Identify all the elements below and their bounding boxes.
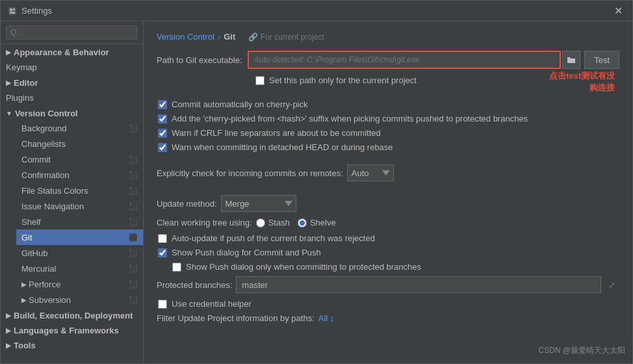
sidebar-group-label: Build, Execution, Deployment (14, 311, 133, 320)
main-panel: Version Control › Git 🔗 For current proj… (144, 21, 632, 363)
radio-shelve-label[interactable]: Shelve (298, 218, 336, 228)
show-push-protected-checkbox[interactable] (172, 263, 181, 272)
incoming-commits-label: Explicitly check for incoming commits on… (157, 168, 343, 178)
set-path-label[interactable]: Set this path only for the current proje… (269, 75, 417, 85)
sidebar-item-subversion[interactable]: ▶ Subversion ⬛ (16, 292, 143, 307)
svg-rect-1 (10, 8, 12, 11)
credential-helper-label[interactable]: Use credential helper (172, 299, 252, 309)
git-path-input[interactable] (248, 51, 562, 69)
ext-icon: ⬛ (129, 233, 138, 242)
checkbox-label-cb2[interactable]: Add the 'cherry-picked from <hash>' suff… (172, 114, 528, 124)
sidebar-item-label: Git (21, 233, 32, 242)
title-bar: Settings ✕ (1, 1, 632, 21)
folder-button[interactable] (562, 51, 580, 69)
sidebar-item-git[interactable]: Git ⬛ (16, 229, 143, 245)
sidebar-group-label: Version Control (15, 109, 78, 118)
breadcrumb: Version Control › Git 🔗 For current proj… (157, 32, 619, 42)
sidebar-item-file-status[interactable]: File Status Colors ⬛ (16, 183, 143, 198)
checkbox-label-cb4[interactable]: Warn when committing in detached HEAD or… (172, 142, 393, 152)
checkbox-row-0: Commit automatically on cherry-pick (157, 99, 619, 109)
protected-expand-button[interactable]: ⤢ (604, 277, 619, 292)
breadcrumb-parent[interactable]: Version Control (157, 32, 214, 42)
sidebar-item-keymap[interactable]: Keymap (1, 59, 143, 75)
collapse-arrow: ▼ (6, 110, 12, 117)
filter-update-row: Filter Update Project information by pat… (157, 313, 619, 323)
checkbox-cb4[interactable] (158, 143, 167, 152)
collapse-arrow: ▶ (6, 49, 11, 56)
ext-icon: ⬛ (129, 280, 138, 289)
sidebar: ▶ Appearance & Behavior Keymap ▶ Editor … (1, 21, 144, 363)
app-icon (7, 6, 18, 16)
ext-icon: ⬛ (129, 187, 138, 195)
clean-tree-label: Clean working tree using: (157, 218, 252, 228)
protected-branches-input[interactable] (236, 276, 601, 293)
sidebar-item-label: Subversion (29, 295, 71, 305)
auto-update-label[interactable]: Auto-update if push of the current branc… (172, 233, 375, 243)
update-method-dropdown[interactable]: Merge Rebase Branch Default (221, 195, 296, 212)
show-push-row: Show Push dialog for Commit and Push (157, 248, 619, 257)
auto-update-checkbox[interactable] (158, 234, 167, 243)
sidebar-item-label: Changelists (21, 139, 66, 149)
expand-arrow: ▶ (21, 281, 27, 288)
radio-stash-label[interactable]: Stash (256, 218, 290, 228)
close-button[interactable]: ✕ (610, 3, 626, 19)
incoming-commits-dropdown[interactable]: Auto Always Never (347, 164, 394, 181)
clean-tree-radio-group: Stash Shelve (256, 218, 336, 228)
checkbox-cb2[interactable] (158, 114, 167, 124)
expand-arrow: ▶ (21, 296, 27, 304)
test-button[interactable]: Test (584, 51, 619, 69)
svg-rect-3 (10, 12, 15, 14)
project-link[interactable]: 🔗 For current project (248, 32, 324, 42)
sidebar-group-editor[interactable]: ▶ Editor (1, 75, 143, 90)
ext-icon: ⬛ (129, 202, 138, 211)
filter-update-value[interactable]: All ↕ (318, 313, 335, 323)
sidebar-item-github[interactable]: GitHub ⬛ (16, 245, 143, 261)
sidebar-group-languages[interactable]: ▶ Languages & Frameworks (1, 322, 143, 337)
sidebar-search-container (1, 21, 143, 44)
radio-stash[interactable] (256, 218, 265, 228)
sidebar-item-background[interactable]: Background ⬛ (16, 120, 143, 136)
sidebar-group-label: Appearance & Behavior (14, 47, 109, 57)
gap2 (157, 157, 619, 164)
ext-icon: ⬛ (129, 155, 138, 164)
show-push-protected-row: Show Push dialog only when committing to… (157, 262, 619, 272)
sidebar-item-issue-navigation[interactable]: Issue Navigation ⬛ (16, 198, 143, 214)
checkbox-cb1[interactable] (158, 100, 167, 109)
checkbox-cb3[interactable] (158, 129, 167, 138)
checkbox-label-cb3[interactable]: Warn if CRLF line separators are about t… (172, 128, 381, 138)
sidebar-item-label: Confirmation (21, 170, 70, 180)
sidebar-group-appearance[interactable]: ▶ Appearance & Behavior (1, 44, 143, 59)
sidebar-group-tools[interactable]: ▶ Tools (1, 337, 143, 352)
sidebar-item-label: Keymap (6, 62, 37, 72)
sidebar-group-label: Tools (14, 341, 36, 350)
sidebar-item-perforce[interactable]: ▶ Perforce ⬛ (16, 276, 143, 292)
sidebar-group-label: Editor (14, 78, 38, 88)
ext-icon: ⬛ (129, 296, 138, 304)
clean-tree-row: Clean working tree using: Stash Shelve (157, 218, 619, 228)
search-input[interactable] (6, 25, 138, 40)
sidebar-item-plugins[interactable]: Plugins (1, 90, 143, 105)
checkbox-label-cb1[interactable]: Commit automatically on cherry-pick (172, 99, 308, 109)
set-path-checkbox[interactable] (255, 76, 265, 85)
show-push-protected-label[interactable]: Show Push dialog only when committing to… (186, 262, 421, 272)
breadcrumb-current: Git (224, 32, 235, 42)
collapse-arrow: ▶ (6, 327, 11, 334)
svg-rect-2 (13, 8, 15, 10)
sidebar-item-confirmation[interactable]: Confirmation ⬛ (16, 167, 143, 183)
radio-shelve[interactable] (298, 218, 307, 228)
collapse-arrow: ▶ (6, 342, 11, 349)
incoming-commits-row: Explicitly check for incoming commits on… (157, 164, 619, 181)
sidebar-item-label: Shelf (21, 217, 41, 227)
sidebar-group-vcs[interactable]: ▼ Version Control (1, 105, 143, 120)
ext-icon: ⬛ (129, 218, 138, 226)
sidebar-item-mercurial[interactable]: Mercurial ⬛ (16, 261, 143, 276)
ext-icon: ⬛ (129, 249, 138, 257)
git-path-row: Path to Git executable: Test (157, 51, 619, 69)
sidebar-item-commit[interactable]: Commit ⬛ (16, 151, 143, 167)
show-push-label[interactable]: Show Push dialog for Commit and Push (172, 248, 321, 257)
sidebar-item-shelf[interactable]: Shelf ⬛ (16, 214, 143, 229)
sidebar-group-build[interactable]: ▶ Build, Execution, Deployment (1, 307, 143, 322)
show-push-checkbox[interactable] (158, 248, 167, 257)
sidebar-item-changelists[interactable]: Changelists (16, 136, 143, 151)
credential-helper-checkbox[interactable] (158, 300, 167, 309)
